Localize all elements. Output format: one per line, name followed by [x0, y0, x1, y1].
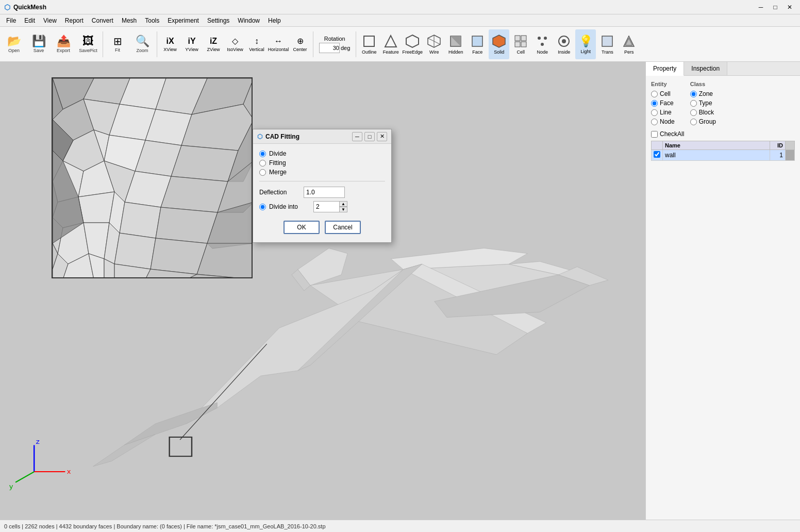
block-class-radio[interactable] [690, 109, 697, 116]
hidden-label: Hidden [448, 49, 463, 55]
yview-label: YView [185, 47, 198, 52]
line-entity-radio[interactable] [651, 109, 658, 116]
zview-button[interactable]: iZ ZView [203, 29, 224, 60]
menubar: FileEditViewReportConvertMeshToolsExperi… [0, 14, 800, 27]
wire-button[interactable]: Wire [424, 29, 444, 59]
menu-item-view[interactable]: View [39, 16, 61, 25]
zone-table: Name ID wall 1 [651, 141, 795, 161]
zoom-button[interactable]: 🔍 Zoom [130, 29, 154, 60]
fitting-label: Fitting [269, 159, 286, 167]
property-tab[interactable]: Property [646, 62, 684, 76]
outline-button[interactable]: Outline [359, 29, 379, 59]
dialog-close-button[interactable]: ✕ [377, 132, 387, 141]
feature-label: Feature [383, 49, 399, 55]
viewport[interactable]: z x y [0, 62, 645, 520]
svg-rect-8 [472, 36, 482, 46]
divide-radio[interactable] [259, 151, 266, 157]
light-icon: 💡 [579, 35, 593, 48]
cancel-button[interactable]: Cancel [325, 221, 361, 234]
menu-item-window[interactable]: Window [234, 16, 264, 25]
block-class-label: Block [699, 109, 714, 116]
export-button[interactable]: 📤 Export [52, 29, 75, 60]
block-class-row: Block [690, 109, 716, 116]
minimize-button[interactable]: ─ [755, 3, 767, 12]
horizontal-button[interactable]: ↔ Horizontal [268, 29, 289, 60]
yview-button[interactable]: iY YView [181, 29, 202, 60]
isoview-button[interactable]: ◇ IsoView [225, 29, 245, 60]
menu-item-settings[interactable]: Settings [203, 16, 234, 25]
divide-into-input[interactable] [313, 201, 339, 212]
menu-item-help[interactable]: Help [264, 16, 285, 25]
divide-into-label: Divide into [269, 203, 310, 210]
header-color [786, 141, 795, 150]
svg-rect-19 [602, 36, 612, 46]
trans-icon [600, 34, 614, 48]
open-button[interactable]: 📂 Open [2, 29, 26, 60]
dialog-title-text: CAD Fitting [265, 133, 299, 140]
save-button[interactable]: 💾 Save [27, 29, 51, 60]
menu-item-convert[interactable]: Convert [88, 16, 118, 25]
close-button[interactable]: ✕ [784, 3, 796, 12]
zone-class-radio[interactable] [690, 91, 697, 97]
fitting-radio[interactable] [259, 160, 266, 167]
dialog-minimize-button[interactable]: ─ [352, 132, 362, 141]
maximize-button[interactable]: □ [769, 3, 781, 12]
check-all-checkbox[interactable] [651, 131, 658, 138]
spin-up-button[interactable]: ▲ [339, 201, 347, 207]
toolbar-separator-4 [356, 31, 356, 57]
spin-down-button[interactable]: ▼ [339, 207, 347, 212]
ok-button[interactable]: OK [284, 221, 320, 234]
cell-button[interactable]: Cell [510, 29, 531, 59]
outline-label: Outline [362, 49, 377, 55]
inspection-tab[interactable]: Inspection [684, 62, 727, 75]
inset-mesh [53, 78, 253, 278]
merge-radio[interactable] [259, 169, 266, 176]
savepict-icon: 🖼 [82, 36, 94, 47]
type-class-radio[interactable] [690, 100, 697, 107]
row-checkbox[interactable] [654, 151, 660, 158]
node-button[interactable]: Node [532, 29, 553, 59]
face-entity-label: Face [660, 99, 674, 107]
inside-icon [557, 34, 571, 48]
xview-button[interactable]: iX XView [160, 29, 180, 60]
divide-into-radio[interactable] [259, 204, 266, 210]
vertical-button[interactable]: ↕ Vertical [246, 29, 267, 60]
feature-button[interactable]: Feature [380, 29, 401, 59]
menu-item-report[interactable]: Report [61, 16, 88, 25]
solid-button[interactable]: Solid [489, 29, 509, 59]
rotation-input[interactable] [319, 43, 340, 53]
zone-table-body: wall 1 [652, 150, 795, 161]
window-controls: ─ □ ✕ [755, 3, 796, 12]
table-row[interactable]: wall 1 [652, 150, 795, 161]
node-entity-row: Node [651, 118, 675, 125]
inside-button[interactable]: Inside [554, 29, 574, 59]
trans-button[interactable]: Trans [597, 29, 618, 59]
zone-table-header-row: Name ID [652, 141, 795, 150]
menu-item-edit[interactable]: Edit [20, 16, 39, 25]
savepict-button[interactable]: 🖼 SavePict [76, 29, 100, 60]
group-class-radio[interactable] [690, 119, 697, 125]
center-button[interactable]: ⊕ Center [290, 29, 310, 60]
merge-label: Merge [269, 169, 287, 176]
light-button[interactable]: 💡 Light [575, 29, 596, 59]
face-button[interactable]: Face [467, 29, 488, 59]
face-entity-radio[interactable] [651, 100, 658, 107]
horizontal-label: Horizontal [268, 47, 289, 52]
hidden-button[interactable]: Hidden [445, 29, 466, 59]
magnified-inset [52, 77, 253, 278]
menu-item-file[interactable]: File [2, 16, 20, 25]
menu-item-tools[interactable]: Tools [141, 16, 163, 25]
node-entity-radio[interactable] [651, 119, 658, 125]
yview-icon: iY [188, 37, 195, 46]
svg-point-15 [544, 37, 547, 40]
dialog-maximize-button[interactable]: □ [364, 132, 375, 141]
deflection-input[interactable] [304, 187, 345, 198]
pers-button[interactable]: Pers [619, 29, 639, 59]
dialog-title: ⬡ CAD Fitting [257, 133, 299, 140]
fit-button[interactable]: ⊞ Fit [106, 29, 129, 60]
menu-item-experiment[interactable]: Experiment [163, 16, 203, 25]
freeedge-button[interactable]: FreeEdge [402, 29, 423, 59]
menu-item-mesh[interactable]: Mesh [118, 16, 141, 25]
type-class-label: Type [699, 99, 712, 107]
cell-entity-radio[interactable] [651, 91, 658, 97]
